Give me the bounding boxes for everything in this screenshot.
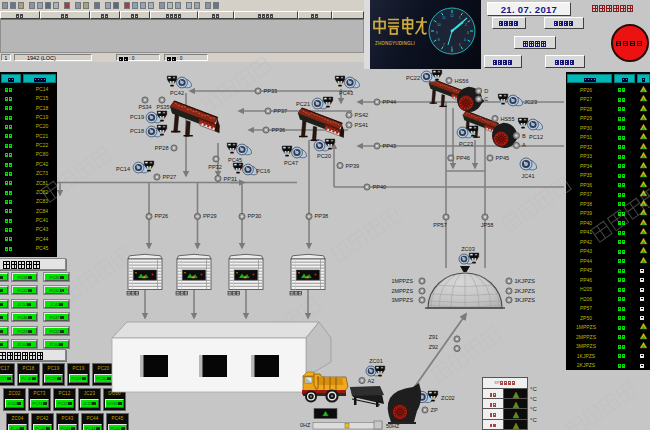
- svg-text:M: M: [229, 147, 234, 153]
- svg-text:PP27: PP27: [163, 174, 177, 180]
- svg-text:A2: A2: [368, 378, 375, 384]
- svg-text:PP43: PP43: [383, 143, 397, 149]
- svg-text:PP37: PP37: [274, 108, 288, 114]
- svg-text:HS55: HS55: [501, 116, 515, 122]
- svg-text:ZP: ZP: [431, 407, 438, 413]
- svg-text:D: D: [484, 88, 488, 94]
- svg-text:Z92: Z92: [429, 344, 438, 350]
- svg-text:50HZ: 50HZ: [386, 423, 400, 429]
- svg-text:PC42: PC42: [170, 90, 184, 96]
- svg-text:PC21: PC21: [296, 101, 310, 107]
- svg-text:2MPPZS: 2MPPZS: [391, 288, 413, 294]
- svg-text:1: 1: [459, 16, 461, 20]
- svg-text:PP40: PP40: [373, 184, 387, 190]
- svg-text:PP32: PP32: [208, 164, 222, 170]
- svg-text:PC45: PC45: [228, 157, 242, 163]
- svg-text:PP30: PP30: [248, 213, 262, 219]
- svg-text:M: M: [434, 74, 439, 80]
- svg-text:4: 4: [464, 38, 466, 42]
- svg-text:PC16: PC16: [256, 168, 270, 174]
- svg-text:B: B: [522, 133, 526, 139]
- svg-text:PS34: PS34: [138, 104, 151, 110]
- svg-text:M: M: [337, 80, 342, 86]
- svg-text:PP46: PP46: [456, 155, 470, 161]
- svg-text:M: M: [327, 143, 332, 149]
- svg-text:M: M: [235, 167, 240, 173]
- svg-text:PC22: PC22: [406, 75, 420, 81]
- svg-text:ZC03: ZC03: [461, 246, 475, 252]
- svg-text:9: 9: [436, 31, 438, 35]
- svg-text:PP44: PP44: [383, 99, 397, 105]
- svg-text:PS41: PS41: [355, 122, 369, 128]
- svg-text:PC12: PC12: [529, 134, 543, 140]
- svg-text:6: 6: [451, 46, 453, 50]
- svg-text:12: 12: [450, 14, 454, 18]
- svg-text:3MPPZS: 3MPPZS: [391, 297, 413, 303]
- svg-text:M: M: [470, 130, 475, 136]
- svg-text:M: M: [325, 101, 330, 107]
- svg-text:7: 7: [443, 43, 445, 47]
- svg-text:M: M: [500, 98, 505, 104]
- svg-text:JC41: JC41: [521, 173, 534, 179]
- svg-text:Z91: Z91: [429, 334, 438, 340]
- svg-text:PP45: PP45: [496, 155, 510, 161]
- svg-text:M: M: [169, 80, 174, 86]
- svg-text:11: 11: [442, 16, 446, 20]
- svg-text:PP39: PP39: [346, 163, 360, 169]
- svg-text:1MPPZS: 1MPPZS: [391, 278, 413, 284]
- svg-text:PC23: PC23: [459, 141, 473, 147]
- svg-text:2KJPZS: 2KJPZS: [515, 288, 536, 294]
- svg-text:M: M: [430, 395, 435, 401]
- svg-text:PC47: PC47: [284, 160, 298, 166]
- svg-text:A: A: [522, 142, 526, 148]
- svg-text:3: 3: [467, 31, 469, 35]
- svg-text:M: M: [159, 115, 164, 121]
- svg-text:PP36: PP36: [272, 127, 286, 133]
- svg-text:M: M: [159, 129, 164, 135]
- svg-text:M: M: [520, 122, 525, 128]
- svg-text:2: 2: [465, 23, 467, 27]
- svg-text:JC23: JC23: [524, 99, 537, 105]
- svg-text:PP38: PP38: [315, 213, 329, 219]
- svg-text:PP29: PP29: [203, 213, 217, 219]
- svg-text:PC20: PC20: [317, 153, 331, 159]
- svg-text:PS35: PS35: [156, 104, 169, 110]
- svg-text:M: M: [284, 150, 289, 156]
- svg-text:PC43: PC43: [339, 90, 353, 96]
- svg-text:ZHONGYUDINGLI: ZHONGYUDINGLI: [375, 41, 415, 46]
- svg-text:5: 5: [459, 43, 461, 47]
- svg-text:C: C: [484, 96, 488, 102]
- svg-text:0HZ: 0HZ: [300, 422, 311, 428]
- svg-text:M: M: [377, 370, 382, 376]
- svg-text:M: M: [471, 257, 476, 263]
- svg-text:10: 10: [437, 23, 441, 27]
- svg-text:JP58: JP58: [481, 222, 494, 228]
- svg-text:8: 8: [438, 38, 440, 42]
- svg-text:M: M: [146, 165, 151, 171]
- svg-text:PP31: PP31: [224, 176, 238, 182]
- svg-text:1KJPZS: 1KJPZS: [515, 278, 536, 284]
- svg-text:ZC01: ZC01: [369, 358, 383, 364]
- svg-text:PS42: PS42: [355, 112, 369, 118]
- svg-text:HS56: HS56: [455, 78, 469, 84]
- svg-text:PP57: PP57: [433, 222, 447, 228]
